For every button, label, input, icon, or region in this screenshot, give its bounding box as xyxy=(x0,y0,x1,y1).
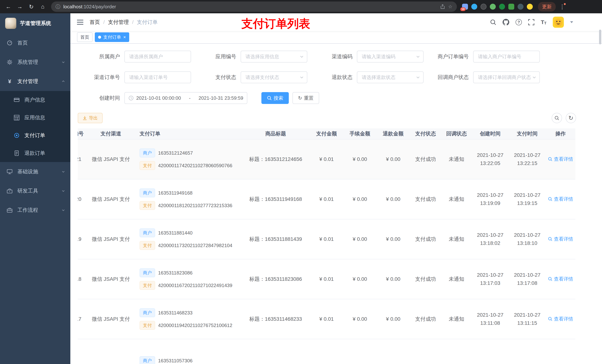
export-button[interactable]: 导出 xyxy=(78,113,103,123)
callback-status-select[interactable]: 请选择订单回调商户状态 xyxy=(473,71,540,83)
channel-order-no-input[interactable] xyxy=(124,71,191,83)
create-time-cell: 2021-10-2713:17:03 xyxy=(472,259,509,299)
close-icon[interactable]: × xyxy=(123,35,126,39)
forward-icon[interactable]: → xyxy=(14,1,25,12)
extension-icon[interactable] xyxy=(527,4,533,10)
chrome-update-button[interactable]: 更新 xyxy=(538,2,556,11)
field-label: 渠道订单号 xyxy=(84,74,124,81)
extension-icon[interactable] xyxy=(517,4,524,10)
extension-icon[interactable] xyxy=(499,4,505,10)
refund-amount-cell: ¥ 0.00 xyxy=(376,259,410,299)
filter-create-time: 创建时间 2021-10-01 00:00:00 - 2021-10-31 23… xyxy=(84,92,247,104)
breadcrumb-separator: / xyxy=(132,19,134,25)
product-title-cell: 标题：1635311881439 xyxy=(241,219,310,259)
github-icon[interactable] xyxy=(503,19,509,26)
table-row: 17 微信 JSAPI 支付 商户1635311468233 支付4200001… xyxy=(78,299,575,339)
merchant-order-no-input[interactable] xyxy=(473,51,540,62)
merchant-order-no: 1635312124657 xyxy=(158,150,193,156)
chevron-down-icon xyxy=(62,189,65,193)
order-id-cell xyxy=(78,339,90,364)
sidebar-item-infra[interactable]: 基础设施 xyxy=(0,162,70,181)
pay-time-cell: 2021-10-2713:22:15 xyxy=(509,139,546,179)
extension-icon[interactable] xyxy=(508,4,514,10)
view-detail-link[interactable]: 查看详情 xyxy=(548,196,573,202)
merchant-order-no: 1635311823086 xyxy=(158,270,193,276)
breadcrumb-home[interactable]: 首页 xyxy=(90,19,100,26)
app-logo[interactable]: 芋道管理系统 xyxy=(0,13,70,33)
app-no-select[interactable]: 请选择应用信息 xyxy=(241,51,307,62)
bookmark-star-icon[interactable]: ☆ xyxy=(448,4,452,10)
table-tools: ↻ xyxy=(552,113,576,123)
url-bar[interactable]: ⓘ localhost:1024/pay/order ☆ xyxy=(51,1,457,12)
extensions-area: 10 xyxy=(462,4,533,10)
yen-icon: ¥ xyxy=(7,79,13,84)
sidebar-item-dev-tools[interactable]: 研发工具 xyxy=(0,181,70,200)
order-id-cell: 20 xyxy=(78,179,90,219)
caret-down-icon[interactable] xyxy=(570,21,573,23)
sidebar-item-refund-order[interactable]: 退款订单 xyxy=(0,144,70,162)
pay-order-cell: 商户1635311057306 xyxy=(132,339,241,364)
reload-icon[interactable]: ↻ xyxy=(26,1,37,12)
table-row: 19 微信 JSAPI 支付 商户1635311881440 支付4200001… xyxy=(78,219,575,259)
filter-row-2: 渠道订单号 支付状态 请选择支付状态 退款状态 请选择退款状态 xyxy=(78,71,595,83)
create-time-range-picker[interactable]: 2021-10-01 00:00:00 - 2021-10-31 23:59:5… xyxy=(124,92,247,104)
share-icon[interactable] xyxy=(440,4,445,9)
reset-button[interactable]: ↻ 重置 xyxy=(292,92,319,104)
search-icon[interactable] xyxy=(490,19,496,25)
pay-order-cell: 商户1635311468233 支付4200001194202110276752… xyxy=(132,299,241,339)
pay-status-select[interactable]: 请选择支付状态 xyxy=(241,71,307,83)
extension-icon[interactable] xyxy=(490,4,496,10)
sidebar-item-home[interactable]: 首页 xyxy=(0,33,70,52)
help-icon[interactable]: ? xyxy=(516,19,522,25)
table-row: 21 微信 JSAPI 支付 商户1635312124657 支付4200001… xyxy=(78,139,575,179)
refund-status-select[interactable]: 请选择退款状态 xyxy=(357,71,424,83)
back-icon[interactable]: ← xyxy=(3,1,14,12)
product-title-cell: 标题：1635311949168 xyxy=(241,179,310,219)
extension-icon[interactable]: 10 xyxy=(462,4,468,10)
view-detail-link[interactable]: 查看详情 xyxy=(548,156,573,162)
actions-cell: 查看详情 xyxy=(546,219,575,259)
view-detail-link[interactable]: 查看详情 xyxy=(548,316,573,322)
notify-status-cell: 未通知 xyxy=(441,259,472,299)
pay-tag: 支付 xyxy=(140,201,155,210)
pay-amount-cell: ¥ 0.01 xyxy=(310,179,343,219)
fullscreen-icon[interactable] xyxy=(528,19,534,25)
scrollbar-thumb[interactable] xyxy=(599,30,601,44)
col-title: 商品标题 xyxy=(241,128,310,139)
order-id-cell: 17 xyxy=(78,299,90,339)
sidebar-item-pay-order[interactable]: 支付订单 xyxy=(0,126,70,144)
fee-amount-cell: ¥ 0.00 xyxy=(343,139,376,179)
gear-icon xyxy=(7,59,13,65)
sidebar-item-workflow[interactable]: 工作流程 xyxy=(0,200,70,220)
font-size-icon[interactable]: TT xyxy=(541,19,547,25)
sidebar-item-payment[interactable]: ¥ 支付管理 xyxy=(0,72,70,91)
extension-icon[interactable] xyxy=(471,4,477,10)
home-icon[interactable]: ⌂ xyxy=(37,1,48,12)
tab-home[interactable]: 首页 xyxy=(77,32,93,42)
search-button[interactable]: 搜索 xyxy=(261,92,289,104)
site-info-icon[interactable]: ⓘ xyxy=(55,3,60,10)
sidebar-menu: 首页 系统管理 ¥ 支付管理 xyxy=(0,33,70,220)
menu-label: 应用信息 xyxy=(24,114,65,121)
sidebar-item-system[interactable]: 系统管理 xyxy=(0,52,70,72)
extension-icon[interactable] xyxy=(481,4,486,10)
actions-cell: 查看详情 xyxy=(546,299,575,339)
view-detail-link[interactable]: 查看详情 xyxy=(548,236,573,242)
avatar[interactable] xyxy=(553,17,564,28)
channel-pay-no: 4200001167202110271022491439 xyxy=(158,283,232,288)
toggle-search-button[interactable] xyxy=(552,113,562,123)
hamburger-icon[interactable] xyxy=(77,20,83,25)
refresh-button[interactable]: ↻ xyxy=(566,113,576,123)
sidebar-item-app-info[interactable]: 应用信息 xyxy=(0,109,70,126)
sidebar-item-merchant-info[interactable]: 商户信息 xyxy=(0,91,70,109)
pay-tag: 支付 xyxy=(140,321,155,330)
browser-menu-icon[interactable]: ⋮ xyxy=(559,3,565,10)
actions-cell: 查看详情 xyxy=(546,179,575,219)
breadcrumb-payment[interactable]: 支付管理 xyxy=(108,19,129,26)
channel-code-select[interactable]: 请输入渠道编码 xyxy=(357,51,424,62)
merchant-input[interactable] xyxy=(124,51,191,62)
fee-amount-cell: ¥ 0.00 xyxy=(343,299,376,339)
tab-pay-order[interactable]: 支付订单 × xyxy=(95,32,129,42)
payment-submenu: 商户信息 应用信息 支付订单 xyxy=(0,91,70,162)
view-detail-link[interactable]: 查看详情 xyxy=(548,276,573,282)
